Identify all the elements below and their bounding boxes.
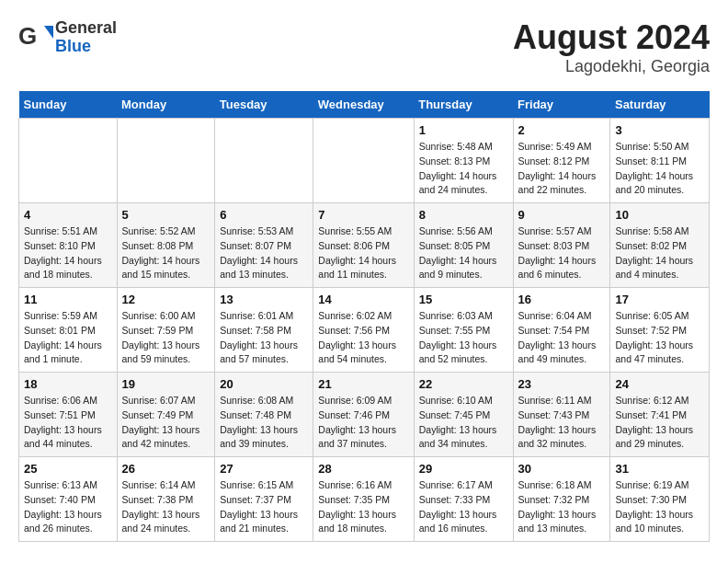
day-info: Sunrise: 5:57 AMSunset: 8:03 PMDaylight:… <box>518 224 606 282</box>
calendar-week-1: 1Sunrise: 5:48 AMSunset: 8:13 PMDaylight… <box>19 119 710 203</box>
calendar-cell <box>19 119 118 203</box>
day-info: Sunrise: 6:14 AMSunset: 7:38 PMDaylight:… <box>122 478 210 536</box>
day-info: Sunrise: 5:53 AMSunset: 8:07 PMDaylight:… <box>220 224 308 282</box>
day-info: Sunrise: 5:48 AMSunset: 8:13 PMDaylight:… <box>419 140 508 198</box>
calendar-week-3: 11Sunrise: 5:59 AMSunset: 8:01 PMDayligh… <box>19 288 710 373</box>
day-number: 6 <box>220 208 308 222</box>
day-number: 20 <box>220 377 308 391</box>
calendar-cell: 15Sunrise: 6:03 AMSunset: 7:55 PMDayligh… <box>414 288 513 373</box>
logo-general: General <box>55 19 117 38</box>
calendar-cell: 30Sunrise: 6:18 AMSunset: 7:32 PMDayligh… <box>513 457 610 542</box>
day-number: 31 <box>615 462 704 476</box>
calendar-cell: 20Sunrise: 6:08 AMSunset: 7:48 PMDayligh… <box>215 373 313 457</box>
day-number: 9 <box>518 208 606 222</box>
calendar-table: SundayMondayTuesdayWednesdayThursdayFrid… <box>18 91 710 542</box>
day-info: Sunrise: 5:59 AMSunset: 8:01 PMDaylight:… <box>24 309 112 367</box>
day-number: 16 <box>518 293 606 306</box>
day-number: 3 <box>615 123 704 137</box>
day-number: 19 <box>122 377 210 391</box>
calendar-cell: 25Sunrise: 6:13 AMSunset: 7:40 PMDayligh… <box>19 457 118 542</box>
day-number: 4 <box>24 208 112 222</box>
calendar-cell: 18Sunrise: 6:06 AMSunset: 7:51 PMDayligh… <box>19 373 118 457</box>
day-number: 30 <box>518 462 606 476</box>
day-number: 1 <box>419 123 508 137</box>
calendar-cell: 16Sunrise: 6:04 AMSunset: 7:54 PMDayligh… <box>513 288 610 373</box>
svg-text:G: G <box>18 22 37 50</box>
day-number: 27 <box>220 462 308 476</box>
calendar-cell <box>215 119 313 203</box>
day-number: 22 <box>419 377 508 391</box>
day-number: 26 <box>122 462 210 476</box>
calendar-cell: 17Sunrise: 6:05 AMSunset: 7:52 PMDayligh… <box>610 288 710 373</box>
subtitle: Lagodekhi, Georgia <box>513 57 710 76</box>
day-info: Sunrise: 6:06 AMSunset: 7:51 PMDaylight:… <box>24 394 112 452</box>
calendar-cell: 7Sunrise: 5:55 AMSunset: 8:06 PMDaylight… <box>313 203 414 288</box>
calendar-cell: 5Sunrise: 5:52 AMSunset: 8:08 PMDaylight… <box>117 203 215 288</box>
weekday-header-wednesday: Wednesday <box>313 91 414 119</box>
calendar-cell: 2Sunrise: 5:49 AMSunset: 8:12 PMDaylight… <box>513 119 610 203</box>
weekday-header-thursday: Thursday <box>414 91 513 119</box>
calendar-week-4: 18Sunrise: 6:06 AMSunset: 7:51 PMDayligh… <box>19 373 710 457</box>
calendar-cell: 23Sunrise: 6:11 AMSunset: 7:43 PMDayligh… <box>513 373 610 457</box>
day-info: Sunrise: 5:52 AMSunset: 8:08 PMDaylight:… <box>122 224 210 282</box>
calendar-cell: 1Sunrise: 5:48 AMSunset: 8:13 PMDaylight… <box>414 119 513 203</box>
day-number: 13 <box>220 293 308 306</box>
calendar-cell: 24Sunrise: 6:12 AMSunset: 7:41 PMDayligh… <box>610 373 710 457</box>
day-number: 11 <box>24 293 112 306</box>
calendar-cell <box>117 119 215 203</box>
day-info: Sunrise: 6:00 AMSunset: 7:59 PMDaylight:… <box>122 309 210 367</box>
day-info: Sunrise: 6:09 AMSunset: 7:46 PMDaylight:… <box>318 394 408 452</box>
logo-icon: G <box>18 18 53 53</box>
day-info: Sunrise: 6:07 AMSunset: 7:49 PMDaylight:… <box>122 394 210 452</box>
weekday-header-saturday: Saturday <box>610 91 710 119</box>
weekday-header-monday: Monday <box>117 91 215 119</box>
calendar-week-5: 25Sunrise: 6:13 AMSunset: 7:40 PMDayligh… <box>19 457 710 542</box>
day-info: Sunrise: 6:02 AMSunset: 7:56 PMDaylight:… <box>318 309 408 367</box>
day-number: 7 <box>318 208 408 222</box>
day-number: 17 <box>615 293 704 306</box>
day-info: Sunrise: 6:17 AMSunset: 7:33 PMDaylight:… <box>419 478 508 536</box>
day-info: Sunrise: 6:19 AMSunset: 7:30 PMDaylight:… <box>615 478 704 536</box>
day-number: 14 <box>318 293 408 306</box>
day-number: 28 <box>318 462 408 476</box>
day-info: Sunrise: 6:04 AMSunset: 7:54 PMDaylight:… <box>518 309 606 367</box>
calendar-cell: 6Sunrise: 5:53 AMSunset: 8:07 PMDaylight… <box>215 203 313 288</box>
day-number: 23 <box>518 377 606 391</box>
title-block: August 2024 Lagodekhi, Georgia <box>513 18 710 76</box>
day-info: Sunrise: 6:10 AMSunset: 7:45 PMDaylight:… <box>419 394 508 452</box>
calendar-cell: 4Sunrise: 5:51 AMSunset: 8:10 PMDaylight… <box>19 203 118 288</box>
calendar-cell: 11Sunrise: 5:59 AMSunset: 8:01 PMDayligh… <box>19 288 118 373</box>
logo-blue: Blue <box>55 38 117 56</box>
calendar-body: 1Sunrise: 5:48 AMSunset: 8:13 PMDaylight… <box>19 119 710 542</box>
day-info: Sunrise: 6:05 AMSunset: 7:52 PMDaylight:… <box>615 309 704 367</box>
day-number: 15 <box>419 293 508 306</box>
calendar-cell: 9Sunrise: 5:57 AMSunset: 8:03 PMDaylight… <box>513 203 610 288</box>
logo: G General Blue <box>18 18 117 57</box>
day-info: Sunrise: 6:18 AMSunset: 7:32 PMDaylight:… <box>518 478 606 536</box>
day-info: Sunrise: 5:55 AMSunset: 8:06 PMDaylight:… <box>318 224 408 282</box>
day-number: 10 <box>615 208 704 222</box>
day-number: 5 <box>122 208 210 222</box>
weekday-header-sunday: Sunday <box>19 91 118 119</box>
calendar-cell: 21Sunrise: 6:09 AMSunset: 7:46 PMDayligh… <box>313 373 414 457</box>
weekday-header-tuesday: Tuesday <box>215 91 313 119</box>
calendar-cell: 26Sunrise: 6:14 AMSunset: 7:38 PMDayligh… <box>117 457 215 542</box>
calendar-cell: 12Sunrise: 6:00 AMSunset: 7:59 PMDayligh… <box>117 288 215 373</box>
calendar-cell: 14Sunrise: 6:02 AMSunset: 7:56 PMDayligh… <box>313 288 414 373</box>
weekday-header-row: SundayMondayTuesdayWednesdayThursdayFrid… <box>19 91 710 119</box>
day-info: Sunrise: 5:51 AMSunset: 8:10 PMDaylight:… <box>24 224 112 282</box>
day-number: 24 <box>615 377 704 391</box>
day-number: 12 <box>122 293 210 306</box>
calendar-cell: 29Sunrise: 6:17 AMSunset: 7:33 PMDayligh… <box>414 457 513 542</box>
calendar-cell: 27Sunrise: 6:15 AMSunset: 7:37 PMDayligh… <box>215 457 313 542</box>
calendar-cell: 13Sunrise: 6:01 AMSunset: 7:58 PMDayligh… <box>215 288 313 373</box>
day-info: Sunrise: 6:01 AMSunset: 7:58 PMDaylight:… <box>220 309 308 367</box>
page-header: G General Blue August 2024 Lagodekhi, Ge… <box>18 18 710 76</box>
calendar-cell: 31Sunrise: 6:19 AMSunset: 7:30 PMDayligh… <box>610 457 710 542</box>
day-info: Sunrise: 6:13 AMSunset: 7:40 PMDaylight:… <box>24 478 112 536</box>
day-info: Sunrise: 5:50 AMSunset: 8:11 PMDaylight:… <box>615 140 704 198</box>
svg-marker-1 <box>44 26 53 39</box>
calendar-cell: 3Sunrise: 5:50 AMSunset: 8:11 PMDaylight… <box>610 119 710 203</box>
calendar-cell: 28Sunrise: 6:16 AMSunset: 7:35 PMDayligh… <box>313 457 414 542</box>
day-number: 29 <box>419 462 508 476</box>
